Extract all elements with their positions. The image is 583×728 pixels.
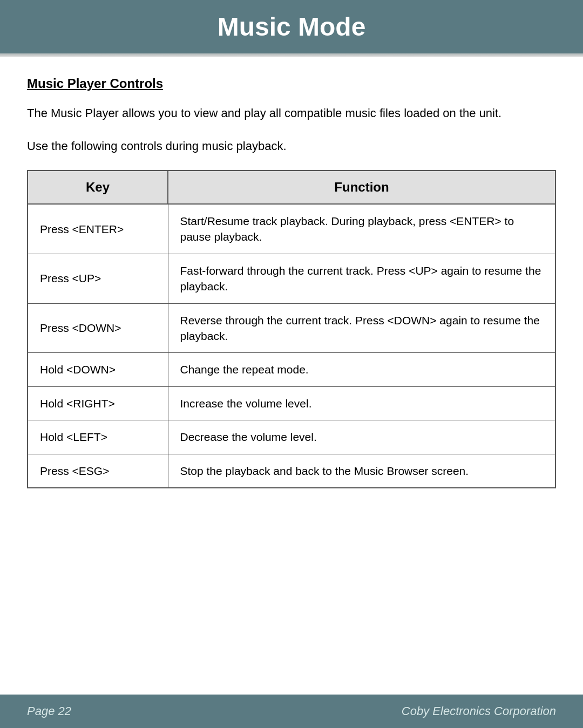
col-header-function: Function xyxy=(168,171,555,204)
table-cell-function: Start/Resume track playback. During play… xyxy=(168,204,555,254)
table-row: Hold <DOWN>Change the repeat mode. xyxy=(28,353,555,386)
table-cell-function: Decrease the volume level. xyxy=(168,420,555,454)
page-header: Music Mode xyxy=(0,0,583,53)
main-content: Music Player Controls The Music Player a… xyxy=(0,57,583,695)
description-2: Use the following controls during music … xyxy=(27,137,556,155)
section-title: Music Player Controls xyxy=(27,76,556,91)
table-row: Press <ESG>Stop the playback and back to… xyxy=(28,454,555,488)
table-cell-key: Press <ENTER> xyxy=(28,204,168,254)
table-row: Hold <RIGHT>Increase the volume level. xyxy=(28,386,555,420)
table-cell-key: Hold <RIGHT> xyxy=(28,386,168,420)
table-cell-function: Change the repeat mode. xyxy=(168,353,555,386)
table-row: Press <ENTER>Start/Resume track playback… xyxy=(28,204,555,254)
table-cell-function: Increase the volume level. xyxy=(168,386,555,420)
table-row: Press <UP>Fast-forward through the curre… xyxy=(28,254,555,303)
page-number: Page 22 xyxy=(27,704,71,718)
table-cell-function: Stop the playback and back to the Music … xyxy=(168,454,555,488)
page-footer: Page 22 Coby Electronics Corporation xyxy=(0,695,583,728)
page-title: Music Mode xyxy=(218,12,366,41)
col-header-key: Key xyxy=(28,171,168,204)
table-cell-function: Fast-forward through the current track. … xyxy=(168,254,555,303)
table-cell-key: Press <UP> xyxy=(28,254,168,303)
table-header-row: Key Function xyxy=(28,171,555,204)
table-cell-key: Press <ESG> xyxy=(28,454,168,488)
company-name: Coby Electronics Corporation xyxy=(402,704,556,718)
description-1: The Music Player allows you to view and … xyxy=(27,104,556,122)
table-cell-function: Reverse through the current track. Press… xyxy=(168,303,555,353)
table-cell-key: Hold <LEFT> xyxy=(28,420,168,454)
controls-table: Key Function Press <ENTER>Start/Resume t… xyxy=(27,170,556,488)
table-cell-key: Press <DOWN> xyxy=(28,303,168,353)
table-cell-key: Hold <DOWN> xyxy=(28,353,168,386)
table-row: Hold <LEFT>Decrease the volume level. xyxy=(28,420,555,454)
table-row: Press <DOWN>Reverse through the current … xyxy=(28,303,555,353)
